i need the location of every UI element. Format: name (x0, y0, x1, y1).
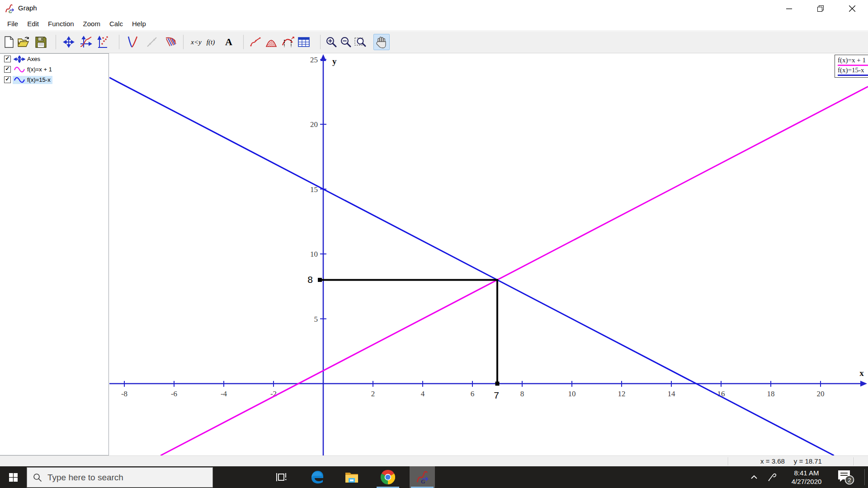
menu-help[interactable]: Help (127, 18, 151, 30)
svg-text:7: 7 (494, 390, 499, 400)
close-icon (849, 5, 855, 12)
zoom-in-button[interactable] (323, 34, 340, 50)
chrome-icon (381, 470, 395, 484)
svg-text:20: 20 (817, 389, 825, 398)
cursor-y-readout: y = 18.71 (794, 457, 822, 465)
cursor-x-readout: x = 3.68 (760, 457, 785, 465)
menu-function[interactable]: Function (43, 18, 79, 30)
svg-text:10: 10 (310, 250, 318, 258)
text-label-icon: A (225, 36, 232, 48)
pan-icon (376, 36, 387, 48)
calc-area-button[interactable] (263, 34, 279, 50)
list-item-body[interactable]: f(x)=15-x (13, 76, 52, 84)
save-button[interactable] (33, 34, 49, 50)
start-button[interactable] (0, 466, 26, 488)
svg-text:10: 10 (568, 389, 576, 398)
insert-parametric-button[interactable]: f(t) (203, 34, 219, 50)
menu-edit[interactable]: Edit (23, 18, 43, 30)
edge-taskbar-button[interactable] (305, 466, 330, 488)
visibility-checkbox[interactable]: ✓ (4, 66, 11, 73)
zoom-out-icon (340, 36, 352, 48)
list-item-function[interactable]: ✓f(x)=15-x (0, 75, 108, 85)
area-icon (265, 37, 277, 47)
menu-file[interactable]: File (3, 18, 23, 30)
curve-icon (14, 76, 25, 84)
menu-calc[interactable]: Calc (105, 18, 127, 30)
show-desktop-button[interactable] (864, 469, 865, 485)
file-explorer-icon (344, 471, 359, 483)
visibility-checkbox[interactable]: ✓ (4, 76, 11, 83)
insert-shading-button[interactable] (162, 34, 179, 50)
visibility-checkbox[interactable]: ✓ (4, 56, 11, 62)
insert-trendline-button[interactable] (248, 34, 264, 50)
insert-relation-button[interactable]: x<y (188, 34, 204, 50)
pen-icon (767, 472, 777, 482)
relation-icon: x<y (191, 38, 201, 46)
cursor-coordinates: x = 3.68y = 18.71 (741, 457, 841, 465)
menu-zoom[interactable]: Zoom (79, 18, 105, 30)
minimize-button[interactable] (773, 0, 805, 17)
svg-text:20: 20 (310, 120, 318, 129)
svg-text:18: 18 (767, 389, 775, 398)
search-placeholder: Type here to search (47, 473, 123, 483)
zoom-out-button[interactable] (338, 34, 354, 50)
pan-button[interactable] (373, 34, 390, 50)
clock[interactable]: 8:41 AM 4/27/2020 (785, 469, 828, 486)
trace-icon (250, 36, 262, 48)
insert-label-button[interactable]: A (221, 34, 237, 50)
insert-function-button[interactable] (124, 34, 141, 50)
new-file-button[interactable] (1, 34, 17, 50)
close-button[interactable] (836, 0, 868, 17)
restore-button[interactable] (805, 0, 836, 17)
toolbar: x<y f(t) A (0, 31, 868, 53)
zoom-in-icon (326, 36, 337, 48)
clock-date: 4/27/2020 (785, 477, 828, 486)
svg-text:12: 12 (618, 389, 626, 398)
graph-taskbar-button[interactable]: G (410, 466, 435, 488)
status-bar: x = 3.68y = 18.71 (0, 455, 868, 466)
edit-axes-button[interactable] (61, 34, 77, 50)
plot-area[interactable]: -8-6-4-2246810121416182051015202587yx f(… (109, 53, 868, 455)
calc-path-length-button[interactable] (280, 34, 296, 50)
axes-settings-button[interactable] (78, 34, 94, 50)
notification-icon: 2 (836, 469, 854, 485)
insert-shading-icon (164, 36, 177, 48)
zoom-window-button[interactable] (352, 34, 368, 50)
svg-text:-4: -4 (221, 389, 227, 398)
search-input[interactable]: Type here to search (27, 467, 213, 488)
file-explorer-taskbar-button[interactable] (339, 466, 364, 488)
svg-text:G: G (9, 9, 12, 14)
list-item-label: Axes (27, 56, 40, 62)
list-item-label: f(x)=x + 1 (27, 66, 52, 73)
tray-chevron-icon (750, 475, 758, 479)
insert-point-series-button[interactable] (94, 34, 111, 50)
notification-center-button[interactable]: 2 (831, 466, 860, 488)
title-bar: G Graph (0, 0, 868, 17)
svg-text:6: 6 (471, 389, 475, 398)
svg-text:-6: -6 (171, 389, 177, 398)
list-item-body[interactable]: Axes (13, 55, 42, 63)
list-item-label: f(x)=15-x (27, 76, 51, 83)
graph-app-icon: G (415, 470, 429, 484)
chrome-taskbar-button[interactable] (375, 466, 401, 488)
path-length-icon (282, 36, 294, 48)
legend-entry: f(x)=15-x (835, 66, 868, 76)
list-item-function[interactable]: ✓f(x)=x + 1 (0, 64, 108, 75)
tray-overflow-button[interactable] (746, 466, 762, 488)
menu-bar: FileEditFunctionZoomCalcHelp (0, 17, 868, 31)
svg-text:x: x (859, 368, 864, 378)
task-view-button[interactable] (269, 466, 294, 488)
graph-logo-icon: G (5, 4, 14, 14)
list-item-body[interactable]: f(x)=x + 1 (13, 66, 54, 74)
show-table-button[interactable] (296, 34, 312, 50)
open-file-button[interactable] (15, 34, 32, 50)
axes-icon (14, 56, 25, 63)
axes-icon (62, 36, 75, 48)
window-title: Graph (18, 4, 37, 12)
pen-tray-button[interactable] (764, 466, 780, 488)
save-icon (35, 37, 47, 48)
list-item-axes[interactable]: ✓Axes (0, 54, 108, 64)
insert-tangent-button[interactable] (144, 34, 160, 50)
zoom-window-icon (354, 36, 367, 48)
search-icon (33, 473, 42, 482)
